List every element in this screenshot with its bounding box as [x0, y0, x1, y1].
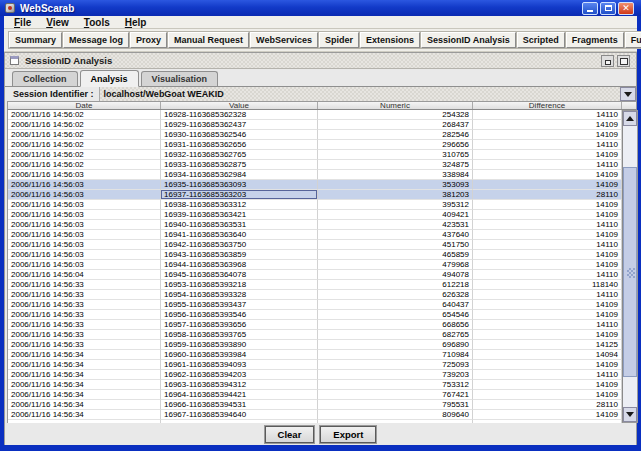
menu-view[interactable]: View	[41, 17, 74, 28]
cell-value: 16955-1163685393437	[161, 300, 318, 310]
close-icon: ✕	[622, 4, 630, 13]
tab-bar: CollectionAnalysisVisualisation	[5, 69, 636, 87]
table-row[interactable]: 2006/11/16 14:56:3416960-116368539398471…	[8, 350, 622, 360]
toolbar-button-fuzzer[interactable]: Fuzzer	[625, 32, 641, 48]
window-title: WebScarab	[20, 3, 74, 14]
table-row[interactable]: 2006/11/16 14:56:3416967-116368539464080…	[8, 410, 622, 420]
cell-numeric: 282546	[318, 130, 473, 140]
maximize-button[interactable]	[600, 2, 616, 15]
toolbar-button-sessionid-analysis[interactable]: SessionID Analysis	[421, 32, 516, 48]
cell-value: 16928-1163685362328	[161, 110, 318, 120]
close-button[interactable]: ✕	[618, 2, 634, 15]
table-row[interactable]: 2006/11/16 14:56:3416961-116368539409372…	[8, 360, 622, 370]
cell-numeric: 753312	[318, 380, 473, 390]
minimize-button[interactable]	[582, 2, 598, 15]
cell-date: 2006/11/16 14:56:34	[8, 360, 161, 370]
table-row[interactable]: 2006/11/16 14:56:0216933-116368536287532…	[8, 160, 622, 170]
clear-button[interactable]: Clear	[265, 426, 315, 443]
cell-date: 2006/11/16 14:56:33	[8, 290, 161, 300]
frame-maximize-button[interactable]	[617, 55, 630, 67]
table-row[interactable]: 2006/11/16 14:56:0316943-116368536385946…	[8, 250, 622, 260]
cell-numeric: 437640	[318, 230, 473, 240]
cell-difference: 14110	[473, 320, 622, 330]
toolbar-button-manual-request[interactable]: Manual Request	[168, 32, 249, 48]
toolbar-button-extensions[interactable]: Extensions	[360, 32, 420, 48]
table-row[interactable]: 2006/11/16 14:56:3416962-116368539420373…	[8, 370, 622, 380]
table-row[interactable]: 2006/11/16 14:56:3316953-116368539321861…	[8, 280, 622, 290]
table-row[interactable]: 2006/11/16 14:56:0316939-116368536342140…	[8, 210, 622, 220]
internal-frame-titlebar[interactable]: SessionID Analysis	[5, 53, 636, 69]
column-header-value[interactable]: Value	[161, 102, 318, 109]
cell-numeric: 767421	[318, 390, 473, 400]
window-titlebar[interactable]: WebScarab ✕	[0, 0, 641, 16]
table-row[interactable]: 2006/11/16 14:56:3416964-116368539442176…	[8, 390, 622, 400]
table-row[interactable]: 2006/11/16 14:56:3316959-116368539389069…	[8, 340, 622, 350]
menu-tools[interactable]: Tools	[79, 17, 115, 28]
cell-date: 2006/11/16 14:56:02	[8, 110, 161, 120]
table-row[interactable]: 2006/11/16 14:56:0216931-116368536265629…	[8, 140, 622, 150]
column-header-date[interactable]: Date	[8, 102, 161, 109]
toolbar-button-spider[interactable]: Spider	[319, 32, 359, 48]
session-identifier-combobox[interactable]: localhost/WebGoat WEAKID	[99, 87, 636, 101]
cell-numeric: 381203	[318, 190, 473, 200]
column-header-difference[interactable]: Difference	[473, 102, 622, 109]
cell-date: 2006/11/16 14:56:02	[8, 130, 161, 140]
table-row[interactable]: 2006/11/16 14:56:0316934-116368536298433…	[8, 170, 622, 180]
table-row[interactable]: 2006/11/16 14:56:0316940-116368536353142…	[8, 220, 622, 230]
scroll-down-button[interactable]	[623, 407, 637, 422]
scrollbar-thumb[interactable]	[623, 167, 637, 377]
session-table: 2006/11/16 14:56:0216928-116368536232825…	[7, 110, 622, 423]
toolbar-button-webservices[interactable]: WebServices	[250, 32, 318, 48]
table-row[interactable]: 2006/11/16 14:56:3316958-116368539376568…	[8, 330, 622, 340]
table-row[interactable]: 2006/11/16 14:56:0316935-116368536309335…	[8, 180, 622, 190]
export-button[interactable]: Export	[320, 426, 376, 443]
table-row[interactable]: 2006/11/16 14:56:0316944-116368536396847…	[8, 260, 622, 270]
menu-file[interactable]: File	[9, 17, 36, 28]
cell-numeric: 626328	[318, 290, 473, 300]
table-row[interactable]: 2006/11/16 14:56:3316955-116368539343764…	[8, 300, 622, 310]
tab-analysis[interactable]: Analysis	[80, 70, 139, 87]
toolbar-button-fragments[interactable]: Fragments	[566, 32, 624, 48]
table-row[interactable]: 2006/11/16 14:56:0416945-116368536407849…	[8, 270, 622, 280]
cell-difference: 14110	[473, 160, 622, 170]
cell-value: 16938-1163685363312	[161, 200, 318, 210]
maximize-icon	[605, 5, 612, 11]
table-row[interactable]: 2006/11/16 14:56:0316942-116368536375045…	[8, 240, 622, 250]
cell-date: 2006/11/16 14:56:03	[8, 250, 161, 260]
table-row[interactable]: 2006/11/16 14:56:0316937-116368536320338…	[8, 190, 622, 200]
arrow-down-icon	[626, 412, 634, 417]
table-row[interactable]: 2006/11/16 14:56:3316954-116368539332862…	[8, 290, 622, 300]
cell-value: 16937-1163685363203	[161, 190, 318, 200]
tab-collection[interactable]: Collection	[12, 71, 78, 86]
toolbar-button-proxy[interactable]: Proxy	[130, 32, 167, 48]
table-row[interactable]: 2006/11/16 14:56:3416966-116368539453179…	[8, 400, 622, 410]
table-row[interactable]: 2006/11/16 14:56:0216929-116368536243726…	[8, 120, 622, 130]
cell-date: 2006/11/16 14:56:03	[8, 210, 161, 220]
table-row[interactable]: 2006/11/16 14:56:3316956-116368539354665…	[8, 310, 622, 320]
cell-difference: 14109	[473, 330, 622, 340]
table-row[interactable]: 2006/11/16 14:56:0216930-116368536254628…	[8, 130, 622, 140]
toolbar-button-scripted[interactable]: Scripted	[517, 32, 565, 48]
table-row[interactable]: 2006/11/16 14:56:0316941-116368536364043…	[8, 230, 622, 240]
combobox-dropdown-button[interactable]	[620, 87, 636, 101]
scroll-up-button[interactable]	[623, 111, 637, 126]
cell-numeric: 423531	[318, 220, 473, 230]
table-row[interactable]: 2006/11/16 14:56:0316938-116368536331239…	[8, 200, 622, 210]
restore-button[interactable]	[601, 55, 614, 67]
cell-date: 2006/11/16 14:56:03	[8, 200, 161, 210]
menu-help[interactable]: Help	[120, 17, 152, 28]
toolbar-button-summary[interactable]: Summary	[9, 32, 62, 48]
column-header-numeric[interactable]: Numeric	[318, 102, 473, 109]
vertical-scrollbar[interactable]	[622, 110, 638, 423]
cell-date: 2006/11/16 14:56:33	[8, 340, 161, 350]
table-row[interactable]: 2006/11/16 14:56:0216928-116368536232825…	[8, 110, 622, 120]
arrow-up-icon	[626, 116, 634, 121]
toolbar-button-message-log[interactable]: Message log	[63, 32, 129, 48]
table-row[interactable]: 2006/11/16 14:56:0216932-116368536276531…	[8, 150, 622, 160]
internal-frame-title: SessionID Analysis	[25, 55, 112, 66]
table-row[interactable]: 2006/11/16 14:56:3416963-116368539431275…	[8, 380, 622, 390]
cell-value: 16931-1163685362656	[161, 140, 318, 150]
cell-date: 2006/11/16 14:56:03	[8, 180, 161, 190]
table-row[interactable]: 2006/11/16 14:56:3316957-116368539365666…	[8, 320, 622, 330]
tab-visualisation[interactable]: Visualisation	[141, 71, 218, 86]
